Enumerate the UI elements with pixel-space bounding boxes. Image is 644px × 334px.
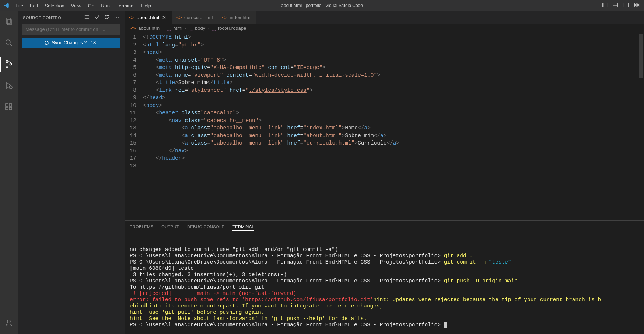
chevron-right-icon: › [207, 25, 209, 31]
svg-rect-9 [637, 5, 639, 7]
symbol-icon: ⬚ [211, 25, 216, 31]
sidebar-title: SOURCE CONTROL [23, 15, 64, 20]
svg-rect-11 [7, 20, 11, 25]
close-icon[interactable]: ✕ [161, 15, 167, 21]
layout-panel-icon[interactable] [613, 2, 618, 9]
sidebar-source-control: SOURCE CONTROL Sync Changes 2↓ 18↑ [18, 11, 125, 334]
svg-point-16 [10, 63, 12, 65]
tab-label: index.html [230, 15, 252, 20]
svg-rect-6 [634, 3, 636, 5]
svg-rect-22 [9, 104, 12, 106]
svg-rect-2 [613, 3, 617, 7]
activity-extensions[interactable] [0, 100, 18, 114]
svg-rect-10 [6, 18, 10, 23]
editor-group: <> about.html ✕ <> curriculo.html <> ind… [125, 11, 644, 334]
commit-message-input[interactable] [22, 24, 120, 35]
svg-rect-20 [6, 107, 8, 110]
svg-rect-19 [6, 104, 8, 106]
breadcrumb-item[interactable]: html [173, 25, 182, 31]
view-as-tree-icon[interactable] [84, 14, 90, 21]
chevron-right-icon: › [163, 25, 164, 31]
svg-point-23 [7, 320, 10, 323]
vscode-logo-icon [3, 2, 10, 9]
breadcrumb-item[interactable]: footer.rodape [218, 25, 246, 31]
activity-bar [0, 11, 18, 334]
tab-label: curriculo.html [184, 15, 213, 20]
svg-point-29 [118, 17, 119, 17]
html-file-icon: <> [130, 25, 136, 31]
symbol-icon: ⬚ [167, 25, 171, 31]
symbol-icon: ⬚ [188, 25, 193, 31]
activity-explorer[interactable] [0, 14, 18, 29]
commit-check-icon[interactable] [94, 14, 99, 21]
menu-file[interactable]: File [13, 1, 26, 10]
menu-help[interactable]: Help [138, 1, 154, 10]
panel-tabs: PROBLEMS OUTPUT DEBUG CONSOLE TERMINAL [125, 221, 644, 233]
svg-point-28 [116, 17, 117, 17]
more-icon[interactable] [114, 14, 119, 21]
svg-point-18 [9, 86, 12, 89]
layout-sidebar-right-icon[interactable] [623, 2, 629, 9]
menu-terminal[interactable]: Terminal [113, 1, 137, 10]
code-content[interactable]: <!DOCTYPE html> <html lang="pt-br"> <hea… [143, 32, 644, 220]
sidebar-header: SOURCE CONTROL [18, 11, 125, 24]
terminal[interactable]: no changes added to commit (use "git add… [125, 233, 644, 334]
svg-point-12 [6, 40, 10, 44]
tab-index[interactable]: <> index.html [217, 11, 256, 24]
tab-label: about.html [137, 15, 159, 20]
terminal-cursor [444, 322, 447, 328]
panel-tab-output[interactable]: OUTPUT [161, 223, 179, 230]
chevron-right-icon: › [185, 25, 186, 31]
svg-line-13 [10, 44, 12, 46]
layout-customize-icon[interactable] [634, 2, 640, 9]
svg-rect-0 [602, 3, 607, 7]
svg-point-14 [6, 61, 8, 63]
html-file-icon: <> [129, 15, 134, 20]
sync-button-label: Sync Changes 2↓ 18↑ [52, 40, 98, 45]
breadcrumb-item[interactable]: about.html [138, 25, 161, 31]
layout-sidebar-left-icon[interactable] [602, 2, 608, 9]
activity-search[interactable] [0, 35, 18, 50]
activity-source-control[interactable] [0, 57, 18, 72]
panel: PROBLEMS OUTPUT DEBUG CONSOLE TERMINAL n… [125, 220, 644, 334]
svg-point-27 [115, 17, 115, 17]
refresh-icon[interactable] [104, 14, 109, 21]
breadcrumb-item[interactable]: body [195, 25, 205, 31]
code-editor[interactable]: 123456789101112131415161718 <!DOCTYPE ht… [125, 32, 644, 220]
html-file-icon: <> [222, 15, 227, 20]
menu-view[interactable]: View [68, 1, 84, 10]
title-bar: File Edit Selection View Go Run Terminal… [0, 0, 644, 11]
activity-accounts[interactable] [0, 316, 18, 330]
panel-tab-debug[interactable]: DEBUG CONSOLE [187, 223, 224, 230]
menu-bar: File Edit Selection View Go Run Terminal… [13, 1, 154, 10]
svg-rect-7 [637, 3, 639, 5]
svg-rect-21 [9, 107, 12, 110]
window-title: about.html - portfolio - Visual Studio C… [281, 3, 363, 8]
menu-run[interactable]: Run [98, 1, 113, 10]
tab-curriculo[interactable]: <> curriculo.html [172, 11, 217, 24]
breadcrumbs[interactable]: <> about.html › ⬚ html › ⬚ body › ⬚ foot… [125, 24, 644, 32]
editor-scrollbar[interactable] [639, 34, 643, 78]
menu-edit[interactable]: Edit [27, 1, 41, 10]
sync-icon [44, 40, 49, 45]
html-file-icon: <> [176, 15, 182, 20]
svg-marker-17 [7, 83, 11, 88]
tab-about[interactable]: <> about.html ✕ [125, 11, 172, 24]
svg-point-15 [6, 66, 8, 68]
line-numbers: 123456789101112131415161718 [125, 32, 143, 220]
panel-tab-problems[interactable]: PROBLEMS [130, 223, 153, 230]
sync-changes-button[interactable]: Sync Changes 2↓ 18↑ [22, 38, 120, 48]
svg-rect-4 [624, 3, 628, 7]
activity-run-debug[interactable] [0, 78, 18, 93]
menu-selection[interactable]: Selection [42, 1, 67, 10]
svg-rect-8 [634, 5, 636, 7]
editor-tabs: <> about.html ✕ <> curriculo.html <> ind… [125, 11, 644, 24]
panel-tab-terminal[interactable]: TERMINAL [232, 223, 254, 231]
menu-go[interactable]: Go [85, 1, 97, 10]
